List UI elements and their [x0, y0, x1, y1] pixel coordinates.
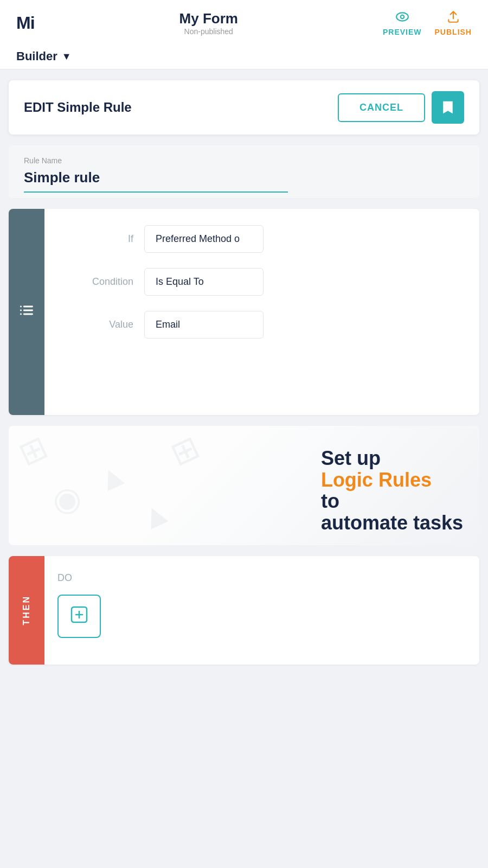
- if-value[interactable]: Preferred Method o: [144, 225, 264, 253]
- publish-label: PUBLISH: [435, 28, 472, 36]
- add-action-button[interactable]: [57, 595, 101, 638]
- top-header: Mi My Form Non-published PREVIEW: [0, 0, 488, 69]
- value-row: Value Email: [57, 311, 466, 339]
- eye-icon: [395, 10, 409, 25]
- then-block: THEN DO: [9, 556, 479, 665]
- builder-row: Builder ▼: [16, 42, 472, 69]
- promo-line1: Set up: [321, 448, 463, 469]
- bg-icon-5: ▲: [132, 492, 177, 539]
- bg-icon-1: ⊞: [13, 427, 54, 474]
- logo: Mi: [16, 13, 35, 33]
- condition-icon: [19, 303, 34, 321]
- then-sidebar: THEN: [9, 556, 44, 665]
- if-label: If: [57, 233, 133, 245]
- save-icon: [440, 99, 456, 116]
- condition-sidebar: [9, 209, 44, 415]
- cancel-button[interactable]: CANCEL: [338, 93, 425, 122]
- rule-name-label: Rule Name: [24, 156, 464, 165]
- promo-section: ⊞ ▲ ⊞ ◉ ▲ Set up Logic Rules to automate…: [9, 426, 479, 545]
- then-sidebar-label: THEN: [22, 595, 31, 626]
- promo-line4: automate tasks: [321, 512, 463, 534]
- edit-rule-card: EDIT Simple Rule CANCEL: [9, 80, 479, 135]
- condition-block: If Preferred Method o Condition Is Equal…: [9, 209, 479, 415]
- condition-body: If Preferred Method o Condition Is Equal…: [44, 209, 479, 415]
- promo-line2: Logic Rules: [321, 469, 463, 491]
- value-label: Value: [57, 319, 133, 330]
- form-status: Non-published: [184, 27, 233, 36]
- form-title: My Form: [179, 10, 238, 27]
- then-do-label: DO: [57, 572, 466, 584]
- publish-button[interactable]: PUBLISH: [435, 10, 472, 36]
- promo-line3: to: [321, 490, 339, 512]
- rule-name-value[interactable]: Simple rule: [24, 169, 288, 193]
- preview-label: PREVIEW: [383, 28, 422, 36]
- condition-row: Condition Is Equal To: [57, 268, 466, 296]
- header-actions: PREVIEW PUBLISH: [383, 10, 472, 36]
- save-button[interactable]: [432, 91, 464, 124]
- condition-label: Condition: [57, 276, 133, 288]
- edit-rule-actions: CANCEL: [338, 91, 464, 124]
- header-row1: Mi My Form Non-published PREVIEW: [16, 10, 472, 36]
- bg-icon-2: ▲: [89, 454, 134, 501]
- publish-icon: [446, 10, 460, 25]
- then-body: DO: [44, 556, 479, 665]
- add-icon: [69, 605, 89, 628]
- svg-marker-2: [443, 101, 453, 114]
- bg-icon-4: ◉: [46, 476, 87, 522]
- value-value[interactable]: Email: [144, 311, 264, 339]
- edit-rule-title: EDIT Simple Rule: [24, 100, 132, 115]
- rule-name-section: Rule Name Simple rule: [9, 145, 479, 198]
- svg-point-0: [396, 12, 408, 21]
- condition-value[interactable]: Is Equal To: [144, 268, 264, 296]
- promo-text: Set up Logic Rules to automate tasks: [321, 448, 463, 533]
- builder-label: Builder: [16, 49, 57, 63]
- preview-button[interactable]: PREVIEW: [383, 10, 422, 36]
- svg-point-1: [400, 15, 404, 19]
- if-row: If Preferred Method o: [57, 225, 466, 253]
- chevron-down-icon[interactable]: ▼: [62, 51, 72, 62]
- form-title-block: My Form Non-published: [179, 10, 238, 36]
- bg-icon-3: ⊞: [165, 427, 206, 474]
